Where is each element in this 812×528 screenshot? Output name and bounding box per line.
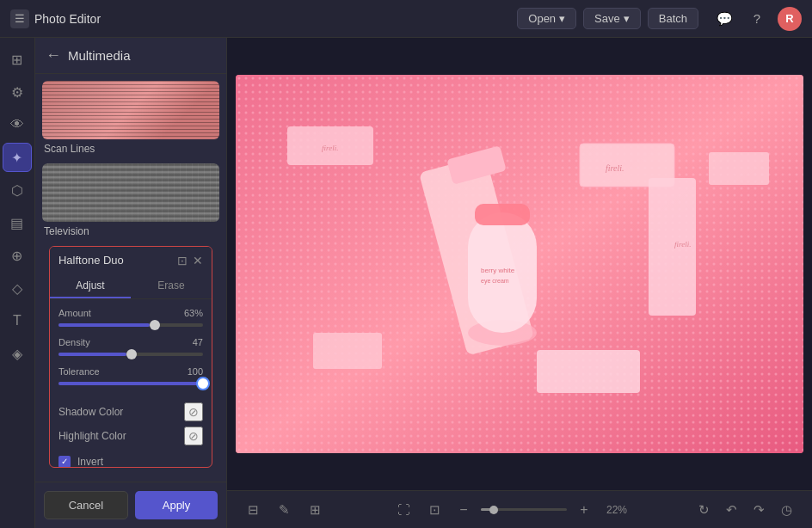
density-slider-row: Density 47 (58, 337, 203, 359)
halftone-tabs: Adjust Erase (50, 274, 212, 299)
media-icon[interactable]: ⊞ (3, 45, 32, 74)
right-toolbar: ↻ ↶ ↷ ◷ (692, 498, 798, 522)
canvas-area: fireli. fireli. fireli. berry white eye … (227, 38, 812, 528)
zoom-slider[interactable] (481, 508, 567, 511)
app-logo: ☰ Photo Editor (10, 9, 101, 28)
shadow-color-picker[interactable]: ⊘ (184, 402, 203, 421)
canvas-image: fireli. fireli. fireli. berry white eye … (236, 75, 803, 453)
halftone-copy-icon[interactable]: ⊡ (177, 254, 188, 267)
svg-rect-11 (537, 350, 640, 393)
tab-adjust[interactable]: Adjust (50, 274, 131, 298)
redo-icon[interactable]: ↷ (747, 498, 771, 522)
grid-bottom-icon[interactable]: ⊞ (303, 498, 327, 522)
undo-icon[interactable]: ↶ (719, 498, 743, 522)
help-icon[interactable]: ? (745, 7, 769, 31)
scanlines-label: Scan Lines (42, 139, 219, 157)
canvas-main[interactable]: fireli. fireli. fireli. berry white eye … (227, 38, 812, 490)
density-thumb[interactable] (126, 349, 137, 359)
main-area: ⊞ ⚙ 👁 ✦ ⬡ ▤ ⊕ ◇ T ◈ ← Multimedia Scan Li… (0, 38, 812, 528)
avatar[interactable]: R (778, 7, 802, 31)
television-filter[interactable]: Television (42, 163, 219, 239)
canvas-svg: fireli. fireli. fireli. berry white eye … (236, 75, 803, 453)
density-label: Density (58, 337, 90, 347)
zoom-slider-thumb[interactable] (489, 506, 498, 514)
svg-text:eye cream: eye cream (481, 278, 509, 285)
fit-canvas-icon[interactable]: ⛶ (391, 498, 415, 522)
panel-header: ← Multimedia (35, 38, 226, 74)
halftone-header: Halftone Duo ⊡ ✕ (50, 247, 212, 274)
density-fill (58, 353, 126, 356)
open-button[interactable]: Open ▾ (517, 8, 576, 29)
amount-label: Amount (58, 308, 91, 318)
svg-text:fireli.: fireli. (606, 163, 624, 173)
save-button[interactable]: Save ▾ (583, 8, 641, 29)
amount-track[interactable] (58, 323, 203, 327)
invert-checkbox[interactable]: ✓ (58, 456, 71, 468)
amount-thumb[interactable] (150, 320, 160, 330)
highlight-color-label: Highlight Color (58, 430, 126, 442)
svg-text:fireli.: fireli. (674, 240, 691, 249)
invert-label: Invert (77, 456, 103, 468)
batch-button[interactable]: Batch (648, 8, 698, 29)
tv-thumbnail (42, 163, 219, 222)
layers-bottom-icon[interactable]: ⊟ (241, 498, 265, 522)
group-icon[interactable]: ⊕ (3, 241, 32, 270)
svg-text:berry white: berry white (481, 267, 515, 274)
svg-rect-10 (313, 333, 382, 369)
highlight-color-row: Highlight Color ⊘ (58, 427, 203, 445)
halftone-sliders: Amount 63% Density 47 (50, 299, 212, 397)
tolerance-track[interactable] (58, 382, 203, 385)
halftone-actions: ⊡ ✕ (177, 254, 203, 267)
eye-icon[interactable]: 👁 (3, 110, 32, 139)
bottom-toolbar: ⊟ ✎ ⊞ ⛶ ⊡ − + 22% ↻ ↶ ↷ ◷ (227, 490, 812, 528)
svg-text:fireli.: fireli. (322, 144, 338, 152)
back-button[interactable]: ← (46, 46, 61, 64)
amount-value: 63% (184, 308, 203, 318)
checkbox-check-icon: ✓ (61, 457, 68, 466)
tv-label: Television (42, 222, 219, 239)
logo-icon: ☰ (10, 9, 29, 28)
scanlines-filter[interactable]: Scan Lines (42, 81, 219, 157)
refresh-icon[interactable]: ↻ (692, 498, 716, 522)
color-rows: Shadow Color ⊘ Highlight Color ⊘ (50, 397, 212, 451)
halftone-duo-panel: Halftone Duo ⊡ ✕ Adjust Erase Amount (49, 246, 212, 468)
zoom-out-button[interactable]: − (453, 500, 474, 520)
tolerance-value: 100 (188, 366, 203, 377)
text-icon[interactable]: T (3, 306, 32, 335)
shadow-color-label: Shadow Color (58, 406, 123, 418)
tab-erase[interactable]: Erase (131, 274, 212, 298)
halftone-close-icon[interactable]: ✕ (193, 254, 203, 267)
density-track[interactable] (58, 353, 203, 356)
shape-icon[interactable]: ◇ (3, 273, 32, 303)
zoom-in-button[interactable]: + (574, 500, 594, 520)
cancel-button[interactable]: Cancel (44, 491, 128, 519)
icon-bar: ⊞ ⚙ 👁 ✦ ⬡ ▤ ⊕ ◇ T ◈ (0, 38, 35, 528)
highlight-color-picker[interactable]: ⊘ (184, 427, 203, 445)
svg-rect-9 (709, 152, 769, 185)
topbar: ☰ Photo Editor Open ▾ Save ▾ Batch 💬 ? R (0, 0, 812, 38)
invert-row: ✓ Invert (50, 451, 212, 468)
history-icon[interactable]: ◷ (774, 498, 798, 522)
tolerance-fill (58, 382, 203, 385)
side-panel: ← Multimedia Scan Lines Television Halft… (35, 38, 227, 528)
zoom-section: ⛶ ⊡ − + 22% (391, 498, 627, 522)
edit-bottom-icon[interactable]: ✎ (272, 498, 296, 522)
apply-button[interactable]: Apply (135, 491, 218, 519)
messages-icon[interactable]: 💬 (712, 7, 736, 31)
label-icon[interactable]: ⬡ (3, 175, 32, 205)
shadow-color-row: Shadow Color ⊘ (58, 402, 203, 421)
tolerance-slider-row: Tolerance 100 (58, 366, 203, 389)
filter-list: Scan Lines Television Halftone Duo ⊡ ✕ A… (35, 74, 226, 482)
halftone-title: Halftone Duo (58, 254, 177, 267)
effects-icon[interactable]: ✦ (3, 143, 32, 172)
topbar-right: 💬 ? R (712, 7, 802, 31)
stamp-icon[interactable]: ◈ (3, 339, 32, 368)
layers-icon[interactable]: ▤ (3, 208, 32, 237)
adjust-icon[interactable]: ⚙ (3, 77, 32, 107)
app-title: Photo Editor (34, 12, 101, 26)
tolerance-thumb[interactable] (196, 377, 210, 390)
amount-fill (58, 323, 150, 327)
crop-canvas-icon[interactable]: ⊡ (422, 498, 446, 522)
svg-rect-17 (475, 204, 530, 225)
density-value: 47 (193, 337, 203, 347)
